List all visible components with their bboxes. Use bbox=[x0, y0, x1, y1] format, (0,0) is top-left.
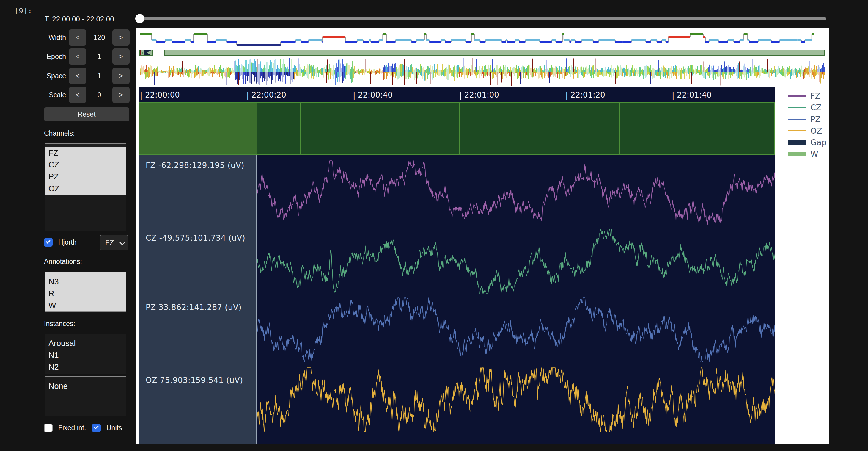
annotations-label: Annotations: bbox=[44, 258, 82, 266]
legend-swatch bbox=[788, 140, 806, 145]
space-value: 1 bbox=[86, 68, 112, 84]
units-label: Units bbox=[106, 424, 122, 432]
channel-value-label-pz: PZ 33.862:141.287 (uV) bbox=[146, 303, 242, 312]
legend-swatch bbox=[788, 130, 806, 132]
epoch-label: Epoch bbox=[12, 49, 66, 64]
chevron-down-icon bbox=[120, 240, 125, 245]
epoch-divider bbox=[774, 103, 775, 154]
legend-swatch bbox=[788, 119, 806, 120]
time-tick: | 22:01:00 bbox=[459, 90, 499, 100]
instances-extra-listbox[interactable]: None bbox=[44, 376, 126, 417]
epoch-divider bbox=[138, 103, 140, 154]
annotation-option-n3[interactable]: N3 bbox=[45, 276, 126, 288]
annotations-listbox[interactable]: N2 N3RW bbox=[44, 272, 126, 312]
notebook-page: [9]: T: 22:00:00 - 22:02:00 Width<120>Ep… bbox=[0, 0, 868, 451]
epoch-divider bbox=[459, 103, 460, 154]
overview-view-window[interactable] bbox=[139, 50, 153, 56]
space-label: Space bbox=[12, 68, 66, 84]
main-plot[interactable]: | 22:00:00| 22:00:20| 22:00:40| 22:01:00… bbox=[138, 87, 775, 444]
epoch-stepper: Epoch<1> bbox=[0, 49, 137, 64]
check-icon bbox=[94, 425, 99, 429]
channel-value-label-cz: CZ -49.575:101.734 (uV) bbox=[146, 233, 245, 243]
width-increment-button[interactable]: > bbox=[112, 29, 130, 46]
epoch-decrement-button[interactable]: < bbox=[69, 49, 86, 64]
legend-item-fz: FZ bbox=[788, 90, 827, 102]
epoch-divider bbox=[619, 103, 620, 154]
channel-option-pz[interactable]: PZ bbox=[45, 171, 126, 183]
legend-label: OZ bbox=[810, 126, 822, 135]
scale-stepper: Scale<0> bbox=[0, 87, 137, 103]
legend-item-gap: Gap bbox=[788, 137, 827, 148]
instance-option-n1[interactable]: N1 bbox=[45, 349, 126, 361]
view-window-cursor bbox=[140, 50, 141, 55]
time-tick: | 22:00:20 bbox=[246, 90, 286, 100]
fixed-int-checkbox[interactable] bbox=[44, 424, 53, 432]
scale-increment-button[interactable]: > bbox=[112, 87, 130, 103]
time-tick: | 22:00:00 bbox=[140, 90, 180, 100]
hjorth-label: Hjorth bbox=[58, 238, 76, 247]
legend-label: Gap bbox=[810, 138, 827, 147]
reset-button[interactable]: Reset bbox=[44, 107, 129, 121]
channel-value-label-oz: OZ 75.903:159.541 (uV) bbox=[146, 376, 243, 385]
annotation-overview-bar[interactable] bbox=[164, 50, 825, 56]
instance-option-n2[interactable]: N2 bbox=[45, 361, 126, 373]
channel-option-cz[interactable]: CZ bbox=[45, 159, 126, 171]
fixed-int-label: Fixed int. bbox=[58, 424, 86, 432]
time-tick: | 22:01:20 bbox=[565, 90, 605, 100]
width-stepper: Width<120> bbox=[0, 29, 137, 46]
legend-item-pz: PZ bbox=[788, 113, 827, 125]
width-value: 120 bbox=[86, 29, 112, 46]
scale-label: Scale bbox=[12, 87, 66, 103]
epoch-divider bbox=[300, 103, 301, 154]
viewer-figure: | 22:00:00| 22:00:20| 22:00:40| 22:01:00… bbox=[135, 28, 829, 444]
scale-decrement-button[interactable]: < bbox=[69, 87, 86, 103]
annotation-band-main bbox=[257, 103, 775, 154]
channel-label-column bbox=[138, 155, 257, 444]
width-decrement-button[interactable]: < bbox=[69, 29, 86, 46]
legend-item-oz: OZ bbox=[788, 125, 827, 137]
hypnogram-overview-canvas bbox=[140, 31, 814, 48]
time-slider-handle[interactable] bbox=[135, 14, 145, 23]
annotation-band-under-labels bbox=[138, 103, 257, 154]
legend-swatch bbox=[788, 107, 806, 108]
time-tick: | 22:00:40 bbox=[353, 90, 393, 100]
signal-traces-canvas[interactable] bbox=[257, 155, 775, 444]
epoch-value: 1 bbox=[86, 49, 112, 64]
instance-option-none[interactable]: None bbox=[45, 380, 126, 392]
channel-value-label-fz: FZ -62.298:129.195 (uV) bbox=[146, 161, 244, 170]
space-stepper: Space<1> bbox=[0, 68, 137, 84]
hjorth-channel-dropdown[interactable]: FZ bbox=[100, 235, 128, 251]
space-increment-button[interactable]: > bbox=[112, 68, 130, 84]
check-icon bbox=[46, 239, 51, 244]
scale-value: 0 bbox=[86, 87, 112, 103]
annotation-option-w[interactable]: W bbox=[45, 300, 126, 311]
legend-label: W bbox=[810, 149, 818, 159]
legend-label: PZ bbox=[810, 115, 821, 124]
annotation-band-w bbox=[138, 102, 775, 155]
channel-option-fz[interactable]: FZ bbox=[45, 147, 126, 159]
annotation-option-r[interactable]: R bbox=[45, 288, 126, 300]
cell-prompt: [9]: bbox=[14, 6, 32, 15]
legend-swatch bbox=[788, 95, 806, 97]
time-slider-track[interactable] bbox=[140, 17, 826, 20]
legend-item-cz: CZ bbox=[788, 102, 827, 113]
instance-option-arousal[interactable]: Arousal bbox=[45, 337, 126, 349]
instances-label: Instances: bbox=[44, 320, 75, 328]
channel-option-oz[interactable]: OZ bbox=[45, 183, 126, 195]
channels-scrolled-item bbox=[45, 144, 126, 147]
time-range-label: T: 22:00:00 - 22:02:00 bbox=[44, 15, 114, 23]
view-window-marker bbox=[142, 52, 143, 54]
channels-listbox[interactable]: FZCZPZOZ bbox=[44, 143, 126, 231]
units-checkbox[interactable] bbox=[92, 424, 101, 432]
space-decrement-button[interactable]: < bbox=[69, 68, 86, 84]
hjorth-checkbox[interactable] bbox=[44, 238, 53, 247]
width-label: Width bbox=[12, 29, 66, 46]
legend-label: CZ bbox=[810, 103, 821, 112]
instances-listbox[interactable]: ArousalN1N2 bbox=[44, 334, 126, 374]
legend: FZCZPZOZGapW bbox=[788, 90, 827, 160]
annotations-partial-item[interactable]: N2 bbox=[45, 272, 126, 276]
legend-swatch bbox=[788, 152, 806, 156]
view-window-flag-icon bbox=[145, 50, 151, 55]
legend-item-w: W bbox=[788, 148, 827, 160]
epoch-increment-button[interactable]: > bbox=[112, 49, 130, 64]
